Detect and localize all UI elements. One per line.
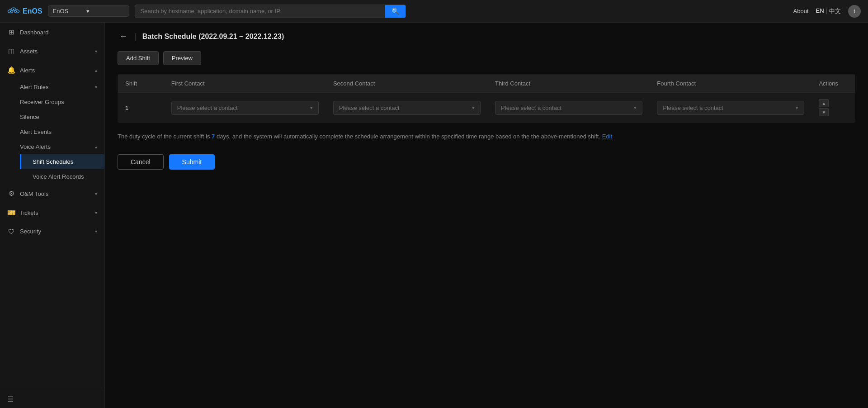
user-avatar[interactable]: t — [848, 5, 861, 18]
move-up-button[interactable]: ▲ — [819, 99, 829, 107]
col-header-second-contact: Second Contact — [326, 75, 488, 93]
second-contact-placeholder: Please select a contact — [339, 104, 400, 111]
first-contact-cell: Please select a contact ▾ — [164, 93, 326, 123]
security-icon: 🛡 — [7, 228, 15, 235]
om-tools-icon: ⚙ — [7, 190, 15, 198]
voice-alerts-arrow: ▴ — [95, 144, 97, 149]
info-text: The duty cycle of the current shift is 7… — [118, 132, 855, 142]
preview-button[interactable]: Preview — [163, 51, 201, 65]
lang-en[interactable]: EN — [816, 7, 824, 15]
form-actions: Cancel Submit — [118, 154, 855, 170]
sidebar-item-voice-alert-records[interactable]: Voice Alert Records — [20, 169, 104, 184]
fourth-contact-arrow-icon: ▾ — [796, 105, 798, 111]
assets-arrow: ▾ — [95, 49, 97, 54]
sidebar-item-tickets[interactable]: 🎫 Tickets ▾ — [0, 203, 104, 222]
app-selector-arrow: ▾ — [86, 8, 90, 14]
sidebar-item-receiver-groups[interactable]: Receiver Groups — [20, 95, 104, 109]
info-text-before: The duty cycle of the current shift is — [118, 133, 212, 140]
third-contact-select[interactable]: Please select a contact ▾ — [495, 101, 642, 115]
svg-point-5 — [16, 10, 18, 12]
sidebar-item-alerts[interactable]: 🔔 Alerts ▴ — [0, 61, 104, 80]
sidebar-label-tickets: Tickets — [20, 209, 90, 216]
col-header-fourth-contact: Fourth Contact — [650, 75, 811, 93]
sidebar-label-alert-rules: Alert Rules — [20, 84, 90, 90]
table-row: 1 Please select a contact ▾ Please selec… — [118, 93, 855, 123]
about-link[interactable]: About — [793, 8, 809, 14]
sidebar-label-receiver-groups: Receiver Groups — [20, 99, 97, 105]
col-header-actions: Actions — [811, 75, 855, 93]
sidebar-item-alert-rules[interactable]: Alert Rules ▾ — [20, 80, 104, 95]
first-contact-select[interactable]: Please select a contact ▾ — [171, 101, 319, 115]
alerts-arrow: ▴ — [95, 68, 97, 73]
info-text-after: days, and the system will automatically … — [217, 133, 600, 140]
sidebar-item-alert-events[interactable]: Alert Events — [20, 124, 104, 139]
lang-divider: | — [826, 7, 827, 15]
sidebar-item-silence[interactable]: Silence — [20, 109, 104, 124]
alert-rules-arrow: ▾ — [95, 85, 97, 90]
sidebar-label-om-tools: O&M Tools — [20, 190, 90, 197]
user-initial: t — [854, 8, 855, 14]
actions-cell: ▲ ▼ — [811, 93, 855, 123]
first-contact-placeholder: Please select a contact — [177, 104, 238, 111]
sidebar-bottom: ☰ — [0, 390, 104, 408]
third-contact-arrow-icon: ▾ — [634, 105, 637, 111]
dashboard-icon: ⊞ — [7, 28, 15, 36]
sidebar-item-assets[interactable]: ◫ Assets ▾ — [0, 42, 104, 61]
back-button[interactable]: ← — [118, 32, 129, 41]
content-area: ← | Batch Schedule (2022.09.21 ~ 2022.12… — [105, 23, 868, 408]
action-arrows: ▲ ▼ — [819, 99, 848, 116]
add-shift-button[interactable]: Add Shift — [118, 51, 159, 65]
search-button[interactable]: 🔍 — [385, 5, 406, 18]
lang-cn[interactable]: 中文 — [829, 7, 841, 15]
topnav: EnOS EnOS ▾ 🔍 About EN | 中文 t — [0, 0, 868, 23]
fourth-contact-select[interactable]: Please select a contact ▾ — [657, 101, 804, 115]
sidebar-item-shift-schedules[interactable]: Shift Schedules — [20, 154, 104, 169]
fourth-contact-placeholder: Please select a contact — [663, 104, 723, 111]
sidebar-item-security[interactable]: 🛡 Security ▾ — [0, 222, 104, 241]
shift-cell: 1 — [118, 93, 164, 123]
third-contact-placeholder: Please select a contact — [501, 104, 561, 111]
sidebar-label-voice-alert-records: Voice Alert Records — [33, 173, 97, 180]
logo: EnOS — [7, 7, 42, 16]
second-contact-arrow-icon: ▾ — [472, 105, 475, 111]
cancel-button[interactable]: Cancel — [118, 154, 164, 170]
search-input[interactable] — [135, 5, 385, 17]
sidebar-item-dashboard[interactable]: ⊞ Dashboard — [0, 23, 104, 42]
assets-icon: ◫ — [7, 47, 15, 55]
app-selector[interactable]: EnOS ▾ — [48, 5, 129, 17]
sidebar-alerts-submenu: Alert Rules ▾ Receiver Groups Silence Al… — [0, 80, 104, 184]
main-layout: ⊞ Dashboard ◫ Assets ▾ 🔔 Alerts ▴ Alert … — [0, 23, 868, 408]
logo-text: EnOS — [23, 7, 42, 15]
back-arrow-icon: ← — [119, 32, 127, 41]
sidebar-label-voice-alerts: Voice Alerts — [20, 143, 90, 150]
schedule-table: Shift First Contact Second Contact Third… — [118, 74, 855, 123]
move-down-button[interactable]: ▼ — [819, 108, 829, 116]
page-header: ← | Batch Schedule (2022.09.21 ~ 2022.12… — [118, 32, 855, 41]
topnav-right: About EN | 中文 t — [793, 5, 861, 18]
submit-button[interactable]: Submit — [169, 154, 215, 170]
sidebar-item-om-tools[interactable]: ⚙ O&M Tools ▾ — [0, 184, 104, 203]
svg-point-3 — [10, 10, 11, 12]
second-contact-select[interactable]: Please select a contact ▾ — [333, 101, 481, 115]
shift-number: 1 — [125, 104, 128, 111]
col-header-shift: Shift — [118, 75, 164, 93]
sidebar: ⊞ Dashboard ◫ Assets ▾ 🔔 Alerts ▴ Alert … — [0, 23, 105, 408]
tickets-arrow: ▾ — [95, 210, 97, 215]
search-bar: 🔍 — [135, 5, 406, 18]
first-contact-arrow-icon: ▾ — [310, 105, 313, 111]
hamburger-icon[interactable]: ☰ — [7, 395, 14, 403]
sidebar-label-assets: Assets — [20, 48, 90, 55]
table-header-row: Shift First Contact Second Contact Third… — [118, 75, 855, 93]
third-contact-cell: Please select a contact ▾ — [488, 93, 650, 123]
col-header-third-contact: Third Contact — [488, 75, 650, 93]
sidebar-label-dashboard: Dashboard — [20, 29, 97, 36]
sidebar-item-voice-alerts[interactable]: Voice Alerts ▴ — [20, 139, 104, 154]
svg-point-4 — [13, 9, 14, 10]
info-edit-link[interactable]: Edit — [602, 133, 612, 140]
second-contact-cell: Please select a contact ▾ — [326, 93, 488, 123]
sidebar-label-alert-events: Alert Events — [20, 128, 97, 135]
sidebar-label-alerts: Alerts — [20, 67, 90, 74]
info-days: 7 — [212, 133, 215, 140]
fourth-contact-cell: Please select a contact ▾ — [650, 93, 811, 123]
om-tools-arrow: ▾ — [95, 191, 97, 196]
